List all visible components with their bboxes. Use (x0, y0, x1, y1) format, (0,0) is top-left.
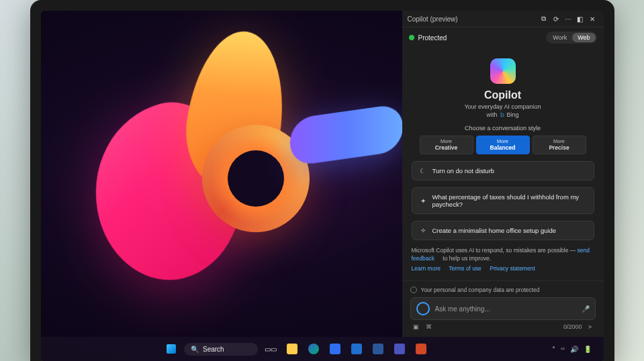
protected-dot-icon (409, 35, 414, 40)
more-icon[interactable]: ⋯ (562, 15, 574, 23)
task-view-icon: ▭▭ (265, 346, 277, 353)
mode-work[interactable]: Work (547, 33, 572, 42)
copilot-body: Copilot Your everyday AI companion with … (402, 48, 604, 280)
style-block: Choose a conversation style More Creativ… (412, 125, 594, 154)
copilot-name: Copilot (412, 89, 594, 101)
refresh-icon[interactable]: ⟳ (550, 15, 562, 23)
screen: Copilot (preview) ⧉ ⟳ ⋯ ◧ ✕ Protected Wo… (41, 11, 604, 361)
style-line2: Balanced (479, 145, 526, 152)
powerpoint-icon (416, 344, 426, 354)
style-line1: More (479, 139, 526, 145)
protected-label: Protected (418, 34, 543, 42)
mode-segmented: Work Web (546, 32, 596, 44)
close-icon[interactable]: ✕ (586, 15, 598, 23)
privacy-link[interactable]: Privacy statement (490, 265, 535, 272)
taskbar-search[interactable]: 🔍 Search (184, 343, 258, 356)
copilot-title: Copilot (preview) (408, 15, 538, 23)
copilot-titlebar: Copilot (preview) ⧉ ⟳ ⋯ ◧ ✕ (402, 11, 604, 28)
sparkle-icon: ✧ (419, 227, 427, 234)
suggestion-taxes[interactable]: ✦ What percentage of taxes should I with… (412, 187, 594, 214)
style-line2: Precise (536, 145, 583, 152)
mode-web[interactable]: Web (572, 33, 595, 42)
ask-input-row: 🎤 (410, 297, 596, 320)
data-notice-text: Your personal and company data are prote… (421, 287, 540, 293)
with-brand: Bing (507, 111, 519, 118)
suggestion-text: Create a minimalist home office setup gu… (432, 227, 557, 234)
style-precise[interactable]: More Precise (533, 136, 586, 154)
style-line1: More (536, 139, 583, 145)
edge-icon (308, 344, 319, 354)
copilot-logo-icon (490, 58, 516, 84)
ask-toolbar: ▣ ⌘ 0/2000 ➤ (410, 320, 596, 330)
suggestion-text: What percentage of taxes should I withho… (432, 193, 587, 208)
suggestion-dnd[interactable]: ☾ Turn on do not disturb (412, 161, 594, 180)
taskbar-app-explorer[interactable] (283, 340, 301, 358)
disclaimer-text: to help us improve. (441, 255, 491, 262)
suggestion-text: Turn on do not disturb (432, 167, 495, 174)
with-bing: with 𝕓 Bing (412, 111, 594, 118)
taskbar: 🔍 Search ▭▭ ˄ ⌔ 🔊 🔋 (41, 337, 604, 361)
store-icon (330, 344, 340, 354)
teams-icon (394, 344, 405, 354)
wallpaper-shape (289, 103, 402, 166)
style-balanced[interactable]: More Balanced (476, 136, 530, 154)
disclaimer: Microsoft Copilot uses AI to respond, so… (412, 247, 594, 272)
copilot-input-area: Your personal and company data are prote… (402, 280, 604, 337)
style-line1: More (423, 139, 470, 145)
shield-icon (410, 287, 417, 293)
attach-file-icon[interactable]: ⌘ (426, 323, 432, 330)
laptop-frame: Copilot (preview) ⧉ ⟳ ⋯ ◧ ✕ Protected Wo… (30, 0, 614, 361)
copilot-avatar-icon (416, 302, 430, 315)
data-protection-notice: Your personal and company data are prote… (410, 287, 596, 293)
taskbar-app-store[interactable] (326, 340, 344, 358)
ask-input[interactable] (435, 305, 576, 313)
copilot-hero: Copilot Your everyday AI companion with … (412, 54, 594, 118)
file-explorer-icon (287, 344, 297, 354)
search-icon: 🔍 (191, 346, 199, 353)
windows-logo-icon (167, 344, 176, 354)
chat-icon: ✦ (419, 197, 427, 205)
volume-icon[interactable]: 🔊 (570, 346, 578, 353)
taskbar-app-powerpoint[interactable] (412, 340, 430, 358)
protected-row: Protected Work Web (402, 28, 604, 48)
open-new-window-icon[interactable]: ⧉ (538, 15, 550, 23)
search-placeholder: Search (203, 346, 224, 353)
task-view-button[interactable]: ▭▭ (262, 340, 279, 358)
char-count: 0/2000 (563, 323, 582, 330)
dock-icon[interactable]: ◧ (574, 15, 586, 23)
battery-icon[interactable]: 🔋 (584, 346, 592, 353)
copilot-subtitle: Your everyday AI companion (412, 103, 594, 110)
style-line2: Creative (423, 145, 470, 152)
with-prefix: with (486, 111, 497, 118)
style-creative[interactable]: More Creative (420, 136, 473, 154)
microphone-icon[interactable]: 🎤 (582, 305, 590, 313)
send-icon[interactable]: ➤ (588, 323, 593, 330)
moon-icon: ☾ (419, 167, 427, 174)
taskbar-app-edge[interactable] (305, 340, 322, 358)
bing-icon: 𝕓 (500, 111, 504, 118)
word-icon (373, 344, 383, 354)
disclaimer-text: Microsoft Copilot uses AI to respond, so… (412, 247, 578, 254)
tray-chevron-icon[interactable]: ˄ (552, 346, 555, 353)
attach-image-icon[interactable]: ▣ (413, 323, 419, 330)
taskbar-app-word[interactable] (369, 340, 387, 358)
wifi-icon[interactable]: ⌔ (561, 346, 565, 353)
taskbar-app-outlook[interactable] (348, 340, 365, 358)
terms-link[interactable]: Terms of use (449, 265, 481, 272)
start-button[interactable] (163, 340, 180, 358)
learn-more-link[interactable]: Learn more (412, 265, 441, 272)
style-label: Choose a conversation style (412, 125, 594, 132)
suggestion-office-guide[interactable]: ✧ Create a minimalist home office setup … (412, 221, 594, 240)
copilot-panel: Copilot (preview) ⧉ ⟳ ⋯ ◧ ✕ Protected Wo… (402, 11, 604, 337)
system-tray: ˄ ⌔ 🔊 🔋 (552, 346, 604, 353)
taskbar-app-teams[interactable] (391, 340, 408, 358)
taskbar-center: 🔍 Search ▭▭ (41, 340, 552, 358)
outlook-icon (351, 344, 362, 354)
style-options: More Creative More Balanced More Precise (412, 136, 594, 154)
